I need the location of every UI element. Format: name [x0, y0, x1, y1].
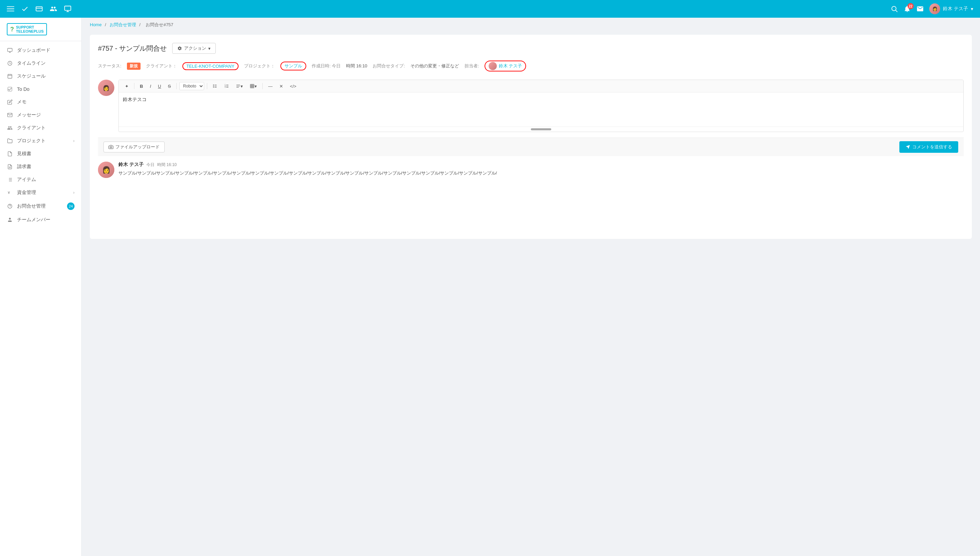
clear-btn[interactable]: ✕: [277, 82, 286, 90]
comment-header: 鈴木 テス子 今日 時間 16:10: [118, 162, 964, 168]
sidebar-item-finance[interactable]: ¥ 資金管理 ›: [0, 186, 81, 199]
font-select[interactable]: Roboto: [179, 82, 204, 90]
sidebar-item-timeline[interactable]: タイムライン: [0, 57, 81, 70]
project-link[interactable]: サンプル: [280, 61, 306, 70]
sidebar-item-quotes[interactable]: 見積書: [0, 147, 81, 160]
comment-text: サンプル/サンプル/サンプル/サンプル/サンプル/サンプル/サンプル/サンプル/…: [118, 170, 964, 177]
svg-text:¥: ¥: [8, 191, 10, 195]
comment-content: 鈴木 テス子 今日 時間 16:10 サンプル/サンプル/サンプル/サンプル/サ…: [118, 162, 964, 178]
svg-rect-10: [8, 48, 12, 52]
user-menu[interactable]: 👩 鈴木 テス子 ▾: [929, 3, 973, 14]
nav-left: [7, 5, 71, 13]
svg-rect-5: [65, 6, 71, 11]
billing-icon[interactable]: [36, 5, 43, 13]
sidebar-item-todo[interactable]: To Do: [0, 83, 81, 95]
action-label: アクション: [184, 45, 206, 52]
mail-icon[interactable]: [916, 5, 924, 13]
check-icon: [7, 86, 13, 92]
breadcrumb-management[interactable]: お問合せ管理: [110, 22, 136, 27]
comment-time-value: 時間 16:10: [157, 162, 177, 168]
ordered-list-btn[interactable]: 123: [221, 82, 232, 90]
action-chevron: ▾: [208, 46, 211, 51]
status-badge: 新規: [127, 63, 140, 70]
team-icon[interactable]: [50, 5, 57, 13]
sidebar-item-items[interactable]: アイテム: [0, 173, 81, 186]
logo-line1: SUPPORT: [16, 25, 44, 29]
user-name: 鈴木 テス子: [943, 6, 968, 12]
svg-rect-46: [250, 84, 254, 88]
sidebar-item-dashboard[interactable]: ダッシュボード: [0, 44, 81, 57]
invoices-icon: [7, 164, 13, 170]
top-navigation: 22 👩 鈴木 テス子 ▾: [0, 0, 980, 18]
created-label: 作成日時: 今日: [312, 63, 341, 69]
logo-area: ? SUPPORT TELEONEPLUS: [0, 18, 81, 41]
ticket-meta: ステータス: 新規 クライアント： TELE-KNOT-COMPANY プロジェ…: [98, 61, 964, 71]
sidebar-item-memo[interactable]: メモ: [0, 95, 81, 108]
svg-point-35: [213, 86, 214, 86]
menu-icon[interactable]: [7, 5, 14, 13]
svg-line-9: [896, 10, 897, 12]
ai-btn[interactable]: ✦: [122, 82, 131, 90]
svg-rect-0: [7, 6, 14, 7]
sidebar-item-messages[interactable]: メッセージ: [0, 108, 81, 121]
align-btn[interactable]: ▾: [233, 82, 246, 90]
project-label: プロジェクト：: [244, 63, 275, 69]
strikethrough-btn[interactable]: S: [165, 82, 174, 90]
sidebar-label-dashboard: ダッシュボード: [17, 47, 50, 53]
sidebar-label-clients: クライアント: [17, 125, 45, 131]
list-icon: [7, 176, 13, 183]
svg-rect-18: [8, 87, 12, 91]
send-button[interactable]: コメントを送信する: [899, 141, 958, 153]
editor-body[interactable]: 鈴木テスコ: [119, 92, 963, 126]
type-value: その他の変更・修正など: [410, 63, 459, 69]
logo-line2: TELEONEPLUS: [16, 29, 44, 33]
bold-btn[interactable]: B: [137, 82, 145, 90]
display-icon[interactable]: [64, 5, 71, 13]
editor-avatar: 👩: [98, 80, 114, 96]
hr-btn[interactable]: —: [265, 82, 275, 90]
table-btn[interactable]: ▾: [247, 82, 260, 90]
tasks-icon[interactable]: [21, 5, 29, 13]
edit-icon: [7, 99, 13, 105]
notification-badge: 22: [907, 3, 914, 9]
sidebar-nav: ダッシュボード タイムライン スケジュール To Do: [0, 41, 81, 229]
sep3: [207, 83, 207, 89]
sidebar-item-schedule[interactable]: スケジュール: [0, 70, 81, 83]
ticket-container: #757 - サンプル問合せ アクション ▾ ステータス: 新規 クライアント：…: [90, 35, 972, 239]
ticket-title: #757 - サンプル問合せ: [98, 44, 167, 53]
sidebar-label-quotes: 見積書: [17, 151, 31, 157]
italic-btn[interactable]: I: [147, 82, 154, 90]
sidebar-label-timeline: タイムライン: [17, 60, 45, 66]
sidebar-label-items: アイテム: [17, 176, 36, 183]
logo: ? SUPPORT TELEONEPLUS: [7, 23, 47, 36]
sidebar-item-clients[interactable]: クライアント: [0, 121, 81, 134]
upload-button[interactable]: ファイルアップロード: [103, 142, 165, 152]
sidebar: ? SUPPORT TELEONEPLUS ダッシュボード タイムライン: [0, 18, 82, 556]
assignee-avatar: [489, 62, 497, 70]
type-label: お問合せタイプ:: [373, 63, 405, 69]
sep2: [176, 83, 177, 89]
notification-wrapper[interactable]: 22: [903, 5, 911, 13]
client-label: クライアント：: [146, 63, 177, 69]
client-link[interactable]: TELE-KNOT-COMPANY: [182, 62, 239, 70]
breadcrumb-home[interactable]: Home: [90, 22, 102, 27]
finance-arrow-icon: ›: [73, 190, 74, 195]
sidebar-item-team[interactable]: チームメンバー: [0, 213, 81, 226]
sidebar-item-projects[interactable]: プロジェクト ›: [0, 134, 81, 147]
projects-arrow-icon: ›: [73, 139, 74, 143]
action-button[interactable]: アクション ▾: [172, 43, 216, 54]
breadcrumb-sep2: /: [139, 22, 142, 27]
unordered-list-btn[interactable]: [210, 82, 220, 90]
search-icon[interactable]: [891, 5, 898, 13]
sidebar-label-messages: メッセージ: [17, 112, 41, 118]
breadcrumb-current: お問合せ#757: [145, 22, 173, 27]
sidebar-item-support[interactable]: お問合せ管理 24: [0, 199, 81, 213]
editor-scrollbar[interactable]: [531, 128, 551, 130]
user-icon: [7, 217, 13, 223]
underline-btn[interactable]: U: [155, 82, 164, 90]
code-btn[interactable]: </>: [287, 82, 299, 90]
sidebar-item-invoices[interactable]: 請求書: [0, 160, 81, 173]
editor-content[interactable]: 鈴木テスコ: [119, 92, 963, 126]
comment-author: 鈴木 テス子: [118, 162, 144, 168]
sidebar-label-schedule: スケジュール: [17, 73, 45, 79]
